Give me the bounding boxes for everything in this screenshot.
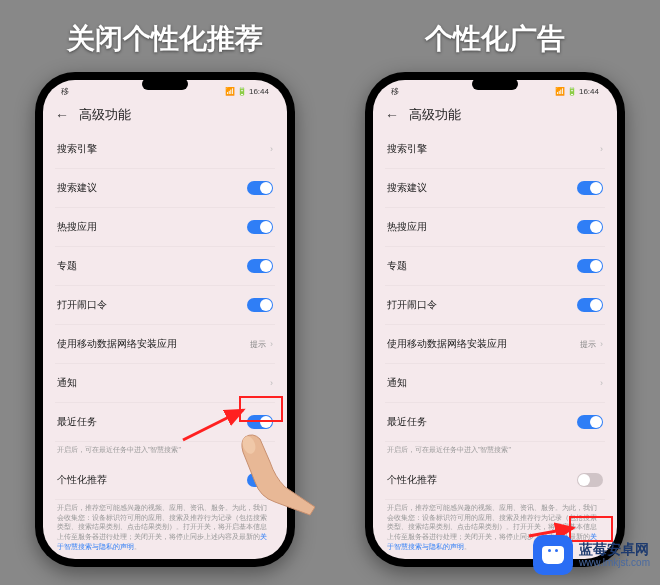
setting-description: 开启后，推荐您可能感兴趣的视频、应用、资讯、服务。为此，我们会收集您：设备标识符… xyxy=(55,500,275,558)
setting-value: 提示 xyxy=(250,339,266,350)
setting-row[interactable]: 专题 xyxy=(385,247,605,286)
toggle-switch[interactable] xyxy=(577,181,603,195)
left-panel: 关闭个性化推荐 移📶🔋16:44←高级功能搜索引擎›搜索建议热搜应用专题打开闹口… xyxy=(13,20,318,567)
signal-icon: 📶 xyxy=(555,87,565,96)
battery-icon: 🔋 xyxy=(237,87,247,96)
setting-label: 打开闹口令 xyxy=(57,298,107,312)
carrier-text: 移 xyxy=(61,86,69,97)
setting-value: 提示 xyxy=(580,339,596,350)
statusbar-left: 移 xyxy=(61,86,69,97)
time-text: 16:44 xyxy=(579,87,599,96)
setting-label: 搜索建议 xyxy=(57,181,97,195)
setting-label: 搜索引擎 xyxy=(387,142,427,156)
left-title: 关闭个性化推荐 xyxy=(67,20,263,58)
setting-row[interactable]: 专题 xyxy=(55,247,275,286)
setting-row[interactable]: 热搜应用 xyxy=(55,208,275,247)
setting-label: 个性化推荐 xyxy=(387,473,437,487)
toggle-switch[interactable] xyxy=(577,259,603,273)
setting-row[interactable]: 通知› xyxy=(385,364,605,403)
chevron-right-icon: › xyxy=(600,339,603,349)
page-title: 高级功能 xyxy=(409,106,461,124)
setting-row[interactable]: 搜索建议 xyxy=(385,169,605,208)
setting-row[interactable]: 搜索引擎› xyxy=(385,130,605,169)
setting-label: 最近任务 xyxy=(57,415,97,429)
setting-description: 开启后，可在最近任务中进入"智慧搜索" xyxy=(385,442,605,461)
toggle-switch[interactable] xyxy=(577,473,603,487)
setting-row[interactable]: 使用移动数据网络安装应用提示› xyxy=(55,325,275,364)
watermark-text: 蓝莓安卓网 www.lmkjst.com xyxy=(579,542,650,568)
settings-list: 搜索引擎›搜索建议热搜应用专题打开闹口令使用移动数据网络安装应用提示›通知›最近… xyxy=(373,130,617,559)
screen-left: 移📶🔋16:44←高级功能搜索引擎›搜索建议热搜应用专题打开闹口令使用移动数据网… xyxy=(43,80,287,559)
setting-label: 搜索引擎 xyxy=(57,142,97,156)
setting-label: 通知 xyxy=(57,376,77,390)
toggle-switch[interactable] xyxy=(577,415,603,429)
chevron-right-icon: › xyxy=(270,378,273,388)
setting-label: 专题 xyxy=(387,259,407,273)
setting-row[interactable]: 个性化推荐 xyxy=(385,461,605,500)
setting-description: 开启后，可在最近任务中进入"智慧搜索" xyxy=(55,442,275,461)
page-header: ←高级功能 xyxy=(43,102,287,130)
phone-frame-right: 移📶🔋16:44←高级功能搜索引擎›搜索建议热搜应用专题打开闹口令使用移动数据网… xyxy=(365,72,625,567)
setting-label: 专题 xyxy=(57,259,77,273)
setting-label: 热搜应用 xyxy=(387,220,427,234)
toggle-switch[interactable] xyxy=(247,298,273,312)
time-text: 16:44 xyxy=(249,87,269,96)
setting-row[interactable]: 搜索建议 xyxy=(55,169,275,208)
toggle-switch[interactable] xyxy=(247,220,273,234)
setting-label: 打开闹口令 xyxy=(387,298,437,312)
statusbar-right: 📶🔋16:44 xyxy=(555,87,599,96)
setting-row[interactable]: 热搜应用 xyxy=(385,208,605,247)
setting-label: 通知 xyxy=(387,376,407,390)
setting-label: 搜索建议 xyxy=(387,181,427,195)
chevron-right-icon: › xyxy=(600,378,603,388)
chevron-right-icon: › xyxy=(600,144,603,154)
image-container: 关闭个性化推荐 移📶🔋16:44←高级功能搜索引擎›搜索建议热搜应用专题打开闹口… xyxy=(0,0,660,585)
back-button[interactable]: ← xyxy=(385,107,399,123)
toggle-switch[interactable] xyxy=(247,415,273,429)
setting-label: 最近任务 xyxy=(387,415,427,429)
toggle-switch[interactable] xyxy=(247,473,273,487)
toggle-switch[interactable] xyxy=(247,259,273,273)
chevron-right-icon: › xyxy=(270,339,273,349)
notch xyxy=(142,78,188,90)
setting-row[interactable]: 通知› xyxy=(55,364,275,403)
toggle-switch[interactable] xyxy=(247,181,273,195)
setting-label: 使用移动数据网络安装应用 xyxy=(387,337,507,351)
setting-label: 热搜应用 xyxy=(57,220,97,234)
setting-label: 使用移动数据网络安装应用 xyxy=(57,337,177,351)
setting-row[interactable]: 最近任务 xyxy=(55,403,275,442)
settings-list: 搜索引擎›搜索建议热搜应用专题打开闹口令使用移动数据网络安装应用提示›通知›最近… xyxy=(43,130,287,559)
setting-row[interactable]: 搜索引擎› xyxy=(55,130,275,169)
chevron-right-icon: › xyxy=(270,144,273,154)
battery-icon: 🔋 xyxy=(567,87,577,96)
setting-row[interactable]: 打开闹口令 xyxy=(385,286,605,325)
right-panel: 个性化广告 移📶🔋16:44←高级功能搜索引擎›搜索建议热搜应用专题打开闹口令使… xyxy=(343,20,648,567)
carrier-text: 移 xyxy=(391,86,399,97)
setting-row[interactable]: 个性化推荐 xyxy=(55,461,275,500)
setting-label: 个性化推荐 xyxy=(57,473,107,487)
screen-right: 移📶🔋16:44←高级功能搜索引擎›搜索建议热搜应用专题打开闹口令使用移动数据网… xyxy=(373,80,617,559)
toggle-switch[interactable] xyxy=(577,220,603,234)
back-button[interactable]: ← xyxy=(55,107,69,123)
setting-row[interactable]: 打开闹口令 xyxy=(55,286,275,325)
statusbar-left: 移 xyxy=(391,86,399,97)
watermark-url: www.lmkjst.com xyxy=(579,557,650,568)
signal-icon: 📶 xyxy=(225,87,235,96)
setting-row[interactable]: 使用移动数据网络安装应用提示› xyxy=(385,325,605,364)
phone-frame-left: 移📶🔋16:44←高级功能搜索引擎›搜索建议热搜应用专题打开闹口令使用移动数据网… xyxy=(35,72,295,567)
page-header: ←高级功能 xyxy=(373,102,617,130)
toggle-switch[interactable] xyxy=(577,298,603,312)
watermark: 蓝莓安卓网 www.lmkjst.com xyxy=(533,535,650,575)
right-title: 个性化广告 xyxy=(425,20,565,58)
watermark-logo-icon xyxy=(533,535,573,575)
page-title: 高级功能 xyxy=(79,106,131,124)
setting-row[interactable]: 最近任务 xyxy=(385,403,605,442)
setting-row[interactable]: 个性化广告 xyxy=(55,558,275,559)
watermark-title: 蓝莓安卓网 xyxy=(579,542,650,557)
statusbar-right: 📶🔋16:44 xyxy=(225,87,269,96)
notch xyxy=(472,78,518,90)
